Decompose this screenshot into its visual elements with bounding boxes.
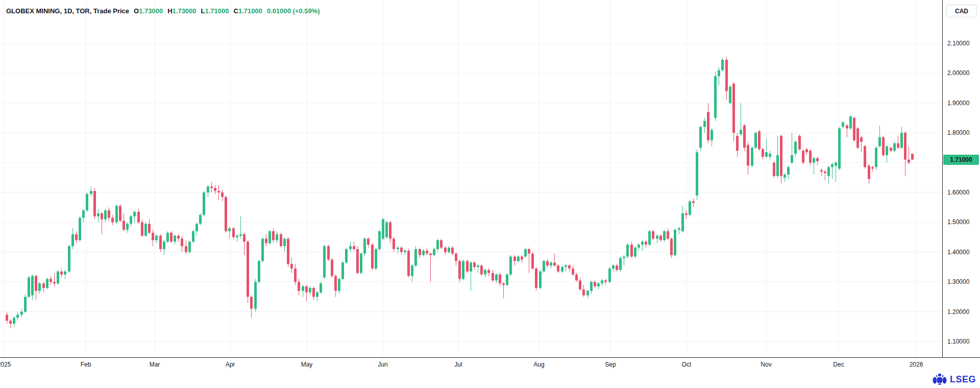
candle-body — [397, 248, 399, 249]
candle-body — [780, 136, 782, 176]
candle-body — [276, 234, 278, 240]
candle-body — [802, 151, 804, 162]
candle-body — [312, 288, 315, 297]
candle-body — [199, 215, 202, 224]
candle-body — [203, 192, 205, 215]
candle-body — [185, 246, 187, 252]
candle-body — [247, 241, 249, 297]
candle-body — [35, 276, 37, 291]
candle-body — [575, 275, 578, 281]
candle-body — [758, 131, 761, 149]
candle-body — [309, 288, 311, 293]
candle-body — [24, 297, 27, 311]
candle-body — [50, 279, 52, 282]
candle-body — [835, 163, 837, 166]
time-tick: Jun — [378, 361, 387, 368]
candle-body — [856, 128, 859, 148]
candle-body — [502, 283, 505, 285]
candle-body — [470, 262, 472, 272]
candle-body — [557, 265, 559, 272]
candle-body — [228, 228, 231, 231]
candle-body — [429, 254, 432, 255]
candle-body — [155, 236, 158, 240]
time-tick: May — [301, 361, 313, 368]
candle-body — [509, 257, 512, 275]
candle-body — [298, 282, 300, 291]
candle-body — [820, 170, 823, 172]
candle-body — [685, 213, 688, 215]
candle-body — [426, 251, 428, 254]
candle-body — [561, 267, 564, 272]
candle-body — [663, 231, 666, 240]
candle-body — [813, 158, 815, 163]
candle-body — [195, 224, 198, 231]
candle-body — [389, 222, 391, 238]
candle-body — [283, 239, 286, 247]
candle-body — [258, 261, 260, 282]
symbol-title: GLOBEX MINING, 1D, TOR, Trade Price — [6, 7, 129, 15]
candle-body — [451, 248, 454, 254]
candle-body — [480, 265, 483, 275]
candle-body — [773, 163, 775, 176]
candle-body — [294, 269, 297, 282]
time-tick: Apr — [226, 361, 235, 368]
candle-body — [513, 257, 516, 261]
candle-body — [90, 191, 92, 194]
candle-body — [732, 84, 735, 133]
candle-body — [623, 257, 625, 258]
candle-body — [787, 167, 790, 175]
time-tick: Dec — [833, 361, 844, 368]
candle-body — [762, 149, 764, 157]
candle-body — [181, 239, 183, 247]
candle-body — [524, 249, 527, 257]
time-axis[interactable]: 2025FebMarAprMayJunJulAugSepOctNovDec202… — [0, 357, 980, 372]
candle-body — [604, 280, 607, 282]
candle-body — [236, 236, 238, 237]
candle-body — [798, 136, 801, 149]
candle-body — [670, 239, 673, 255]
price-tick: 1.50000 — [947, 218, 969, 226]
candle-body — [543, 261, 545, 271]
candle-body — [137, 212, 140, 222]
candle-body — [616, 265, 618, 270]
candle-body — [60, 272, 63, 275]
price-tick: 1.10000 — [947, 337, 969, 346]
candle-body — [521, 257, 523, 260]
price-tick: 1.80000 — [947, 129, 969, 137]
candle-body — [38, 283, 41, 291]
candle-body — [188, 241, 191, 252]
candle-body — [853, 118, 855, 140]
candle-body — [805, 149, 808, 152]
time-tick: Jul — [454, 361, 462, 368]
candle-body — [769, 154, 771, 157]
candlestick-chart-canvas[interactable] — [0, 0, 942, 357]
candle-body — [572, 269, 574, 275]
candle-body — [911, 154, 914, 160]
candle-body — [163, 241, 165, 249]
price-tick: 1.40000 — [947, 248, 969, 256]
time-tick: Oct — [682, 361, 692, 368]
price-axis[interactable]: CAD 2.100002.000001.900001.800001.700001… — [942, 0, 980, 357]
price-tick: 1.90000 — [947, 99, 969, 107]
candle-body — [225, 197, 227, 231]
candle-body — [586, 291, 589, 296]
candle-body — [539, 272, 542, 288]
currency-badge[interactable]: CAD — [946, 5, 977, 17]
candle-body — [57, 272, 59, 283]
candle-body — [433, 249, 435, 255]
candle-body — [594, 282, 596, 286]
candle-body — [794, 142, 797, 154]
candle-body — [97, 213, 100, 216]
candle-body — [487, 270, 490, 273]
candle-body — [323, 246, 326, 277]
candle-body — [232, 228, 235, 237]
candle-body — [327, 246, 330, 259]
candle-body — [400, 248, 403, 252]
lseg-logo[interactable]: LSEG — [932, 373, 976, 386]
candle-body — [466, 261, 469, 271]
candle-body — [597, 283, 600, 286]
candle-body — [177, 236, 180, 239]
candle-body — [290, 264, 293, 269]
symbol-legend: GLOBEX MINING, 1D, TOR, Trade PriceO1.73… — [6, 6, 320, 16]
candle-body — [893, 143, 896, 151]
